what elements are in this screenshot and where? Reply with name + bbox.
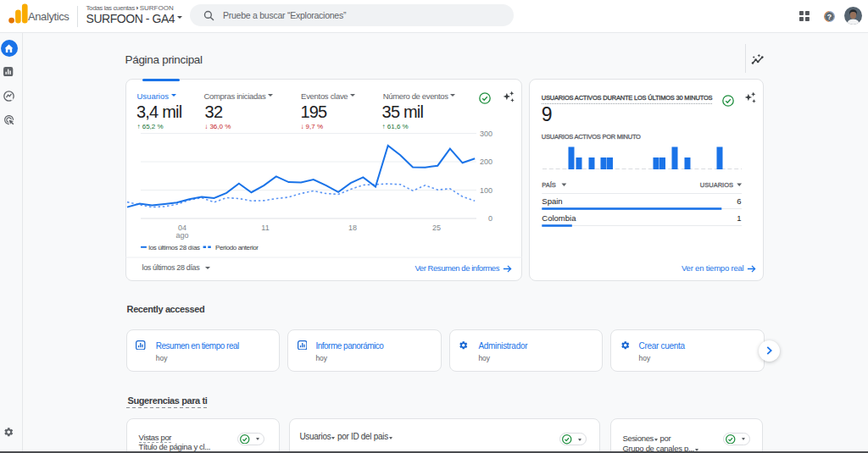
svg-text:11: 11 <box>261 224 269 232</box>
svg-text:USUARIOS: USUARIOS <box>699 181 732 189</box>
svg-text:18: 18 <box>348 224 357 232</box>
svg-text:1: 1 <box>737 213 741 223</box>
svg-text:25: 25 <box>432 224 441 232</box>
svg-text:6: 6 <box>737 196 741 206</box>
svg-text:PAÍS: PAÍS <box>542 181 556 189</box>
svg-text:Spain: Spain <box>542 196 562 206</box>
svg-text:200: 200 <box>480 157 492 166</box>
svg-text:ago: ago <box>175 231 188 240</box>
svg-text:?: ? <box>826 13 831 21</box>
svg-text:300: 300 <box>480 130 492 138</box>
svg-text:Periodo anterior: Periodo anterior <box>215 244 259 251</box>
svg-text:100: 100 <box>480 186 492 195</box>
svg-text:0: 0 <box>488 214 492 223</box>
svg-text:Colombia: Colombia <box>542 213 576 223</box>
svg-text:los últimos 28 días: los últimos 28 días <box>148 244 200 251</box>
